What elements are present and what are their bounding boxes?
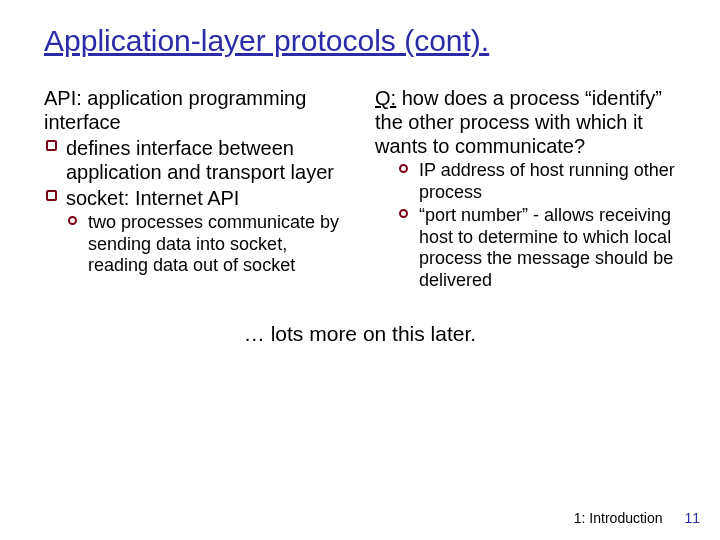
- subbullet-ip-address: IP address of host running other process: [397, 160, 676, 203]
- api-definition: API: application programming interface: [44, 86, 345, 134]
- question-text: how does a process “identify” the other …: [375, 87, 662, 157]
- bullet-defines-interface: defines interface between application an…: [44, 136, 345, 184]
- footer-page-number: 11: [684, 510, 700, 526]
- bullet-socket: socket: Internet API: [44, 186, 345, 210]
- closing-remark: … lots more on this later.: [44, 322, 676, 346]
- footer: 1: Introduction 11: [574, 510, 700, 526]
- footer-chapter: 1: Introduction: [574, 510, 663, 526]
- subbullet-port-number: “port number” - allows receiving host to…: [397, 205, 676, 291]
- question-label: Q:: [375, 87, 396, 109]
- slide-title: Application-layer protocols (cont).: [44, 24, 676, 58]
- left-column: API: application programming interface d…: [44, 86, 345, 294]
- content-columns: API: application programming interface d…: [44, 86, 676, 294]
- subbullet-two-processes: two processes communicate by sending dat…: [66, 212, 345, 277]
- question: Q: how does a process “identify” the oth…: [375, 86, 676, 158]
- right-column: Q: how does a process “identify” the oth…: [375, 86, 676, 294]
